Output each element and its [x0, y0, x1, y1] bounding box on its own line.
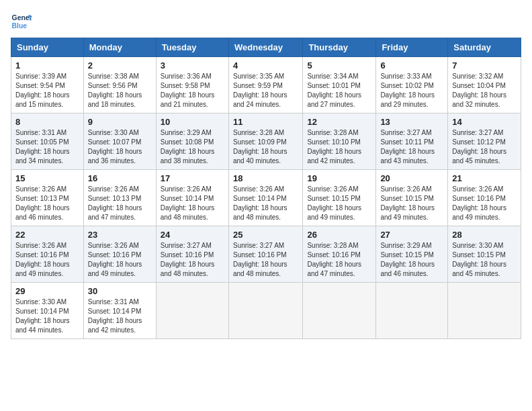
day-info: Sunrise: 3:26 AMSunset: 10:13 PMDaylight…	[15, 185, 79, 222]
calendar-cell: 14Sunrise: 3:27 AMSunset: 10:12 PMDaylig…	[448, 113, 521, 170]
calendar-cell: 27Sunrise: 3:29 AMSunset: 10:15 PMDaylig…	[376, 226, 448, 283]
calendar-cell: 19Sunrise: 3:26 AMSunset: 10:15 PMDaylig…	[303, 170, 376, 226]
day-number: 15	[15, 173, 79, 183]
logo: General Blue	[11, 11, 32, 32]
day-info: Sunrise: 3:32 AMSunset: 10:04 PMDaylight…	[452, 72, 517, 109]
column-header-friday: Friday	[376, 38, 448, 57]
day-info: Sunrise: 3:26 AMSunset: 10:14 PMDaylight…	[233, 185, 298, 222]
day-info: Sunrise: 3:26 AMSunset: 10:16 PMDaylight…	[88, 241, 152, 279]
calendar-cell: 30Sunrise: 3:31 AMSunset: 10:14 PMDaylig…	[83, 283, 156, 339]
calendar-cell: 12Sunrise: 3:28 AMSunset: 10:10 PMDaylig…	[303, 113, 376, 170]
calendar-week-row: 8Sunrise: 3:31 AMSunset: 10:05 PMDayligh…	[11, 113, 521, 170]
column-header-monday: Monday	[83, 38, 156, 57]
day-info: Sunrise: 3:28 AMSunset: 10:09 PMDaylight…	[233, 128, 298, 166]
day-number: 1	[15, 60, 79, 71]
day-number: 14	[452, 117, 517, 127]
day-number: 24	[161, 230, 224, 240]
day-number: 12	[307, 117, 371, 127]
calendar-cell: 5Sunrise: 3:34 AMSunset: 10:01 PMDayligh…	[303, 57, 376, 113]
day-info: Sunrise: 3:39 AMSunset: 9:54 PMDaylight:…	[15, 72, 79, 109]
calendar-cell	[228, 283, 302, 339]
day-info: Sunrise: 3:27 AMSunset: 10:16 PMDaylight…	[161, 241, 224, 279]
day-info: Sunrise: 3:26 AMSunset: 10:15 PMDaylight…	[380, 185, 443, 222]
day-info: Sunrise: 3:28 AMSunset: 10:10 PMDaylight…	[307, 128, 371, 166]
calendar-cell: 3Sunrise: 3:36 AMSunset: 9:58 PMDaylight…	[156, 57, 228, 113]
day-number: 29	[15, 286, 79, 296]
calendar-cell: 6Sunrise: 3:33 AMSunset: 10:02 PMDayligh…	[376, 57, 448, 113]
day-info: Sunrise: 3:31 AMSunset: 10:14 PMDaylight…	[88, 298, 152, 335]
day-info: Sunrise: 3:26 AMSunset: 10:14 PMDaylight…	[161, 185, 224, 222]
day-number: 3	[161, 60, 224, 71]
day-number: 2	[88, 60, 152, 71]
column-header-wednesday: Wednesday	[228, 38, 302, 57]
day-number: 4	[233, 60, 298, 71]
day-number: 27	[380, 230, 443, 240]
day-number: 8	[15, 117, 79, 127]
day-info: Sunrise: 3:26 AMSunset: 10:13 PMDaylight…	[88, 185, 152, 222]
day-number: 28	[452, 230, 517, 240]
calendar-cell: 25Sunrise: 3:27 AMSunset: 10:16 PMDaylig…	[228, 226, 302, 283]
column-header-sunday: Sunday	[11, 38, 84, 57]
calendar-cell: 22Sunrise: 3:26 AMSunset: 10:16 PMDaylig…	[11, 226, 84, 283]
day-info: Sunrise: 3:26 AMSunset: 10:16 PMDaylight…	[452, 185, 517, 222]
calendar-cell: 11Sunrise: 3:28 AMSunset: 10:09 PMDaylig…	[228, 113, 302, 170]
calendar-cell: 1Sunrise: 3:39 AMSunset: 9:54 PMDaylight…	[11, 57, 84, 113]
day-number: 6	[380, 60, 443, 71]
calendar-cell: 10Sunrise: 3:29 AMSunset: 10:08 PMDaylig…	[156, 113, 228, 170]
column-header-tuesday: Tuesday	[156, 38, 228, 57]
calendar-week-row: 29Sunrise: 3:30 AMSunset: 10:14 PMDaylig…	[11, 283, 521, 339]
day-number: 5	[307, 60, 371, 71]
column-header-thursday: Thursday	[303, 38, 376, 57]
day-number: 9	[88, 117, 152, 127]
calendar-cell	[448, 283, 521, 339]
calendar-cell: 2Sunrise: 3:38 AMSunset: 9:56 PMDaylight…	[83, 57, 156, 113]
calendar-cell: 4Sunrise: 3:35 AMSunset: 9:59 PMDaylight…	[228, 57, 302, 113]
calendar-week-row: 1Sunrise: 3:39 AMSunset: 9:54 PMDaylight…	[11, 57, 521, 113]
calendar-cell	[303, 283, 376, 339]
day-number: 22	[15, 230, 79, 240]
day-number: 23	[88, 230, 152, 240]
day-number: 18	[233, 173, 298, 183]
calendar-cell: 29Sunrise: 3:30 AMSunset: 10:14 PMDaylig…	[11, 283, 84, 339]
calendar-cell	[376, 283, 448, 339]
day-number: 19	[307, 173, 371, 183]
calendar: SundayMondayTuesdayWednesdayThursdayFrid…	[11, 38, 521, 339]
day-number: 11	[233, 117, 298, 127]
day-number: 25	[233, 230, 298, 240]
day-info: Sunrise: 3:30 AMSunset: 10:14 PMDaylight…	[15, 298, 79, 335]
day-number: 20	[380, 173, 443, 183]
calendar-cell: 23Sunrise: 3:26 AMSunset: 10:16 PMDaylig…	[83, 226, 156, 283]
calendar-cell: 8Sunrise: 3:31 AMSunset: 10:05 PMDayligh…	[11, 113, 84, 170]
day-number: 30	[88, 286, 152, 296]
calendar-cell: 24Sunrise: 3:27 AMSunset: 10:16 PMDaylig…	[156, 226, 228, 283]
calendar-cell: 28Sunrise: 3:30 AMSunset: 10:15 PMDaylig…	[448, 226, 521, 283]
calendar-cell: 21Sunrise: 3:26 AMSunset: 10:16 PMDaylig…	[448, 170, 521, 226]
day-number: 10	[161, 117, 224, 127]
calendar-cell: 13Sunrise: 3:27 AMSunset: 10:11 PMDaylig…	[376, 113, 448, 170]
day-number: 7	[452, 60, 517, 71]
day-info: Sunrise: 3:27 AMSunset: 10:12 PMDaylight…	[452, 128, 517, 166]
calendar-cell: 9Sunrise: 3:30 AMSunset: 10:07 PMDayligh…	[83, 113, 156, 170]
column-header-saturday: Saturday	[448, 38, 521, 57]
svg-text:Blue: Blue	[12, 22, 28, 30]
calendar-cell	[156, 283, 228, 339]
calendar-cell: 16Sunrise: 3:26 AMSunset: 10:13 PMDaylig…	[83, 170, 156, 226]
day-info: Sunrise: 3:26 AMSunset: 10:16 PMDaylight…	[15, 241, 79, 279]
header: General Blue	[11, 11, 521, 32]
day-info: Sunrise: 3:27 AMSunset: 10:16 PMDaylight…	[233, 241, 298, 279]
calendar-week-row: 22Sunrise: 3:26 AMSunset: 10:16 PMDaylig…	[11, 226, 521, 283]
day-info: Sunrise: 3:34 AMSunset: 10:01 PMDaylight…	[307, 72, 371, 109]
logo-icon: General Blue	[11, 11, 32, 32]
calendar-cell: 17Sunrise: 3:26 AMSunset: 10:14 PMDaylig…	[156, 170, 228, 226]
day-info: Sunrise: 3:28 AMSunset: 10:16 PMDaylight…	[307, 241, 371, 279]
day-info: Sunrise: 3:26 AMSunset: 10:15 PMDaylight…	[307, 185, 371, 222]
day-info: Sunrise: 3:36 AMSunset: 9:58 PMDaylight:…	[161, 72, 224, 109]
calendar-cell: 20Sunrise: 3:26 AMSunset: 10:15 PMDaylig…	[376, 170, 448, 226]
calendar-cell: 26Sunrise: 3:28 AMSunset: 10:16 PMDaylig…	[303, 226, 376, 283]
day-info: Sunrise: 3:30 AMSunset: 10:07 PMDaylight…	[88, 128, 152, 166]
calendar-cell: 7Sunrise: 3:32 AMSunset: 10:04 PMDayligh…	[448, 57, 521, 113]
day-info: Sunrise: 3:31 AMSunset: 10:05 PMDaylight…	[15, 128, 79, 166]
day-info: Sunrise: 3:27 AMSunset: 10:11 PMDaylight…	[380, 128, 443, 166]
day-number: 21	[452, 173, 517, 183]
day-info: Sunrise: 3:30 AMSunset: 10:15 PMDaylight…	[452, 241, 517, 279]
